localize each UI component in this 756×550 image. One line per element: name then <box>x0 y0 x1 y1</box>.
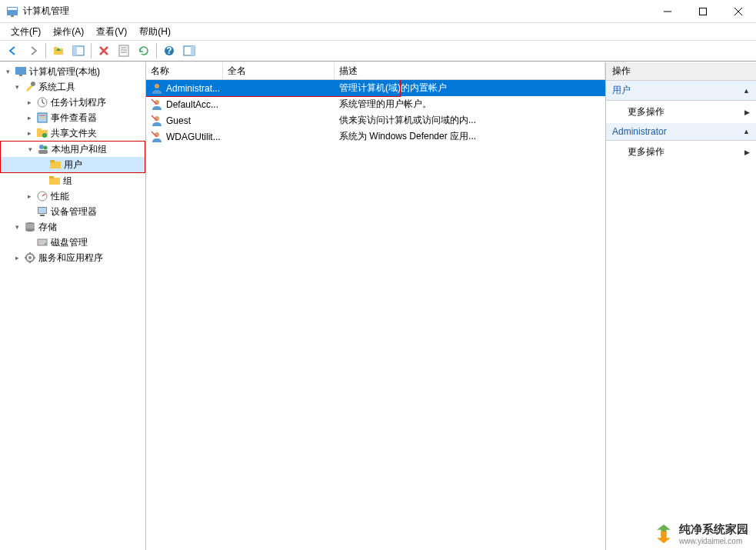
tree-diskmgmt[interactable]: 磁盘管理 <box>0 235 145 250</box>
menu-file[interactable]: 文件(F) <box>5 24 47 40</box>
tree-sharedfolders[interactable]: ▸ 共享文件夹 <box>0 125 145 141</box>
svg-rect-35 <box>49 176 54 178</box>
tree-label: 用户 <box>64 158 82 172</box>
menu-action[interactable]: 操作(A) <box>47 24 90 40</box>
tree-scheduler[interactable]: ▸ 任务计划程序 <box>0 95 145 110</box>
tree-label: 磁盘管理 <box>51 236 88 249</box>
list-body[interactable]: Administrat... 管理计算机(域)的内置帐户 DefaultAcc.… <box>146 80 605 550</box>
tree-eventviewer[interactable]: ▸ 事件查看器 <box>0 110 145 125</box>
tree-perf[interactable]: ▸ 性能 <box>0 188 145 204</box>
folder-icon <box>48 175 61 187</box>
cell-desc: 供来宾访问计算机或访问域的内... <box>339 114 476 127</box>
tree-label: 共享文件夹 <box>51 127 97 140</box>
collapse-icon[interactable]: ▾ <box>3 67 12 76</box>
tree-services[interactable]: ▸ 服务和应用程序 <box>0 250 145 265</box>
chevron-up-icon: ▲ <box>743 87 750 95</box>
collapse-icon[interactable]: ▾ <box>12 82 22 92</box>
computer-icon <box>15 65 27 78</box>
menu-help[interactable]: 帮助(H) <box>133 24 177 40</box>
svg-rect-18 <box>191 46 195 55</box>
maximize-button[interactable] <box>685 0 721 22</box>
folder-icon <box>49 158 62 171</box>
tree-storage[interactable]: ▾ 存储 <box>0 219 145 235</box>
svg-rect-38 <box>38 208 46 213</box>
tree-root[interactable]: ▾ 计算机管理(本地) <box>0 64 145 79</box>
list-row-wdagutility[interactable]: WDAGUtilit... 系统为 Windows Defender 应用... <box>146 128 605 145</box>
actions-header: 操作 <box>606 62 756 81</box>
list-row-administrator[interactable]: Administrat... 管理计算机(域)的内置帐户 <box>146 80 605 96</box>
collapse-icon[interactable]: ▾ <box>12 222 22 232</box>
actions-section-admin[interactable]: Administrator ▲ <box>606 123 756 141</box>
expand-icon[interactable]: ▸ <box>25 128 34 138</box>
cell-name: WDAGUtilit... <box>166 132 221 142</box>
watermark-logo-icon <box>653 523 674 545</box>
toolbar-separator <box>156 43 157 58</box>
tree-label: 性能 <box>51 190 69 203</box>
svg-point-46 <box>28 256 32 259</box>
list-header: 名称 全名 描述 <box>146 62 605 80</box>
svg-rect-19 <box>15 67 26 75</box>
svg-rect-27 <box>37 128 42 131</box>
tree-systools[interactable]: ▾ 系统工具 <box>0 79 145 95</box>
disk-icon <box>36 236 48 248</box>
no-twisty <box>37 176 46 185</box>
column-desc[interactable]: 描述 <box>335 62 605 79</box>
column-fullname[interactable]: 全名 <box>223 62 335 79</box>
window-title: 计算机管理 <box>23 5 650 18</box>
tree-label: 组 <box>63 175 72 188</box>
list-row-guest[interactable]: Guest 供来宾访问计算机或访问域的内... <box>146 112 605 128</box>
back-button[interactable] <box>4 42 22 60</box>
tree-users[interactable]: 用户 <box>1 157 145 172</box>
refresh-button[interactable] <box>135 42 153 60</box>
tree-label: 本地用户和组 <box>52 143 107 156</box>
cell-name: Guest <box>166 115 191 126</box>
delete-button[interactable] <box>95 42 113 60</box>
svg-rect-10 <box>73 46 77 55</box>
actions-more-1[interactable]: 更多操作 ▶ <box>606 101 756 123</box>
svg-rect-39 <box>40 215 45 216</box>
expand-icon[interactable]: ▸ <box>25 113 34 122</box>
user-icon <box>151 82 163 95</box>
help-button[interactable]: ? <box>160 42 178 60</box>
svg-rect-8 <box>54 47 58 49</box>
tree-label: 存储 <box>38 221 57 234</box>
section-label: Administrator <box>612 126 667 137</box>
properties-button[interactable] <box>115 42 133 60</box>
actions-more-2[interactable]: 更多操作 ▶ <box>606 141 756 163</box>
tree-devmgr[interactable]: 设备管理器 <box>0 204 145 219</box>
expand-icon[interactable]: ▸ <box>25 192 34 201</box>
svg-point-47 <box>155 84 159 88</box>
cell-desc: 系统管理的用户帐户。 <box>339 98 431 111</box>
no-twisty <box>38 160 47 169</box>
expand-icon[interactable]: ▸ <box>25 98 34 107</box>
svg-text:?: ? <box>166 45 172 56</box>
close-button[interactable] <box>721 0 756 22</box>
forward-button[interactable] <box>24 42 42 60</box>
column-name[interactable]: 名称 <box>146 62 223 79</box>
actions-section-users[interactable]: 用户 ▲ <box>606 81 756 101</box>
svg-rect-34 <box>49 178 60 185</box>
list-row-defaultaccount[interactable]: DefaultAcc... 系统管理的用户帐户。 <box>146 96 605 112</box>
action-label: 更多操作 <box>628 145 664 158</box>
svg-point-21 <box>31 82 35 86</box>
collapse-icon[interactable]: ▾ <box>25 145 35 154</box>
minimize-button[interactable] <box>650 0 685 22</box>
tree-pane[interactable]: ▾ 计算机管理(本地) ▾ 系统工具 ▸ 任务计划程序 ▸ 事件查看器 ▸ 共享… <box>0 62 146 550</box>
folder-shared-icon <box>36 127 48 139</box>
tree-localusers[interactable]: ▾ 本地用户和组 <box>1 142 145 157</box>
tree-groups[interactable]: 组 <box>0 173 145 188</box>
tree-label: 计算机管理(本地) <box>29 65 100 78</box>
up-button[interactable] <box>49 42 68 60</box>
show-hide-console-tree-button[interactable] <box>69 42 88 60</box>
list-pane: 名称 全名 描述 Administrat... 管理计算机(域)的内置帐户 De… <box>146 62 606 550</box>
show-hide-action-pane-button[interactable] <box>180 42 198 60</box>
section-label: 用户 <box>612 84 631 97</box>
svg-point-42 <box>25 228 35 232</box>
svg-rect-33 <box>50 160 55 162</box>
menu-view[interactable]: 查看(V) <box>90 24 133 40</box>
chevron-up-icon: ▲ <box>743 128 750 135</box>
expand-icon[interactable]: ▸ <box>12 253 22 262</box>
app-icon <box>6 5 18 18</box>
cell-desc: 管理计算机(域)的内置帐户 <box>339 82 447 95</box>
svg-rect-4 <box>700 8 707 15</box>
